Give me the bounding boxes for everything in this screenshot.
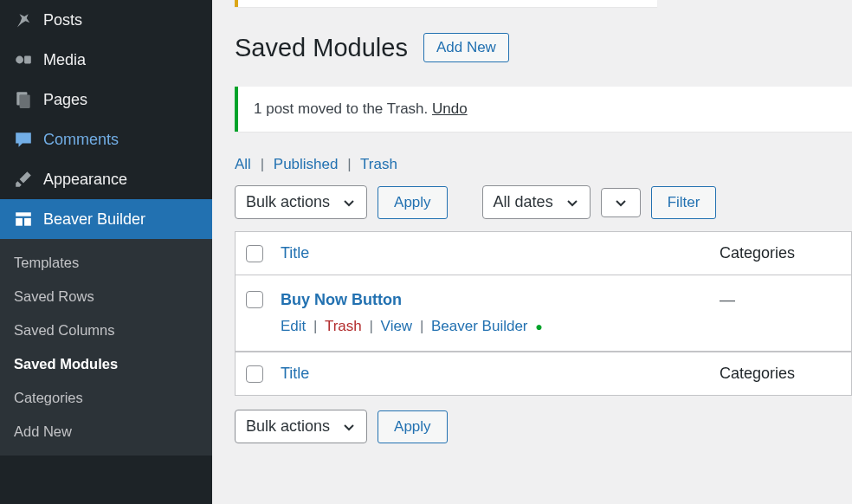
- row-categories: —: [720, 291, 841, 309]
- chevron-down-icon: [614, 196, 628, 210]
- col-categories: Categories: [720, 244, 841, 262]
- svg-rect-4: [20, 95, 30, 108]
- notice-text: 1 post moved to the Trash.: [254, 100, 432, 117]
- nav-beaver-builder[interactable]: Beaver Builder: [0, 199, 212, 239]
- bulk-actions-select[interactable]: Bulk actions: [235, 185, 367, 219]
- chevron-down-icon: [342, 196, 356, 210]
- col-categories: Categories: [720, 365, 841, 383]
- nav-label: Beaver Builder: [43, 210, 145, 229]
- page-title: Saved Modules: [235, 34, 408, 62]
- tablenav-top: Bulk actions Apply All dates Filter: [235, 185, 852, 219]
- status-dot-icon: ●: [535, 320, 542, 333]
- nav-label: Posts: [43, 11, 82, 29]
- subnav-saved-columns[interactable]: Saved Columns: [0, 313, 212, 347]
- nav-pages[interactable]: Pages: [0, 80, 212, 120]
- separator: |: [369, 318, 372, 334]
- submenu: Templates Saved Rows Saved Columns Saved…: [0, 239, 212, 456]
- apply-button[interactable]: Apply: [378, 186, 448, 219]
- bulk-actions-select[interactable]: Bulk actions: [235, 410, 367, 443]
- pin-icon: [14, 10, 33, 29]
- select-label: All dates: [494, 193, 553, 211]
- subnav-saved-rows[interactable]: Saved Rows: [0, 280, 212, 313]
- notice-warning-stub: [235, 0, 657, 7]
- nav-label: Pages: [43, 91, 87, 109]
- main-content: Saved Modules Add New 1 post moved to th…: [212, 0, 852, 504]
- table-row: Buy Now Button Edit | Trash | View | Bea…: [236, 275, 851, 352]
- select-all-checkbox[interactable]: [246, 245, 263, 262]
- tablenav-bottom: Bulk actions Apply: [235, 410, 852, 443]
- svg-rect-7: [24, 218, 31, 226]
- apply-button[interactable]: Apply: [378, 410, 448, 443]
- nav-comments[interactable]: Comments: [0, 120, 212, 159]
- select-all-checkbox[interactable]: [246, 365, 263, 383]
- nav-label: Media: [43, 51, 86, 69]
- beaver-builder-link[interactable]: Beaver Builder: [431, 318, 528, 334]
- svg-rect-6: [16, 218, 23, 226]
- nav-appearance[interactable]: Appearance: [0, 159, 212, 199]
- subnav-categories[interactable]: Categories: [0, 381, 212, 415]
- subnav-templates[interactable]: Templates: [0, 246, 212, 280]
- filter-published[interactable]: Published: [274, 156, 339, 172]
- trash-notice: 1 post moved to the Trash. Undo: [235, 87, 852, 132]
- nav-label: Comments: [43, 131, 119, 149]
- filter-links: All | Published | Trash: [235, 156, 852, 173]
- dates-select[interactable]: All dates: [482, 185, 591, 219]
- edit-link[interactable]: Edit: [281, 318, 306, 334]
- pages-icon: [14, 90, 33, 109]
- nav-posts[interactable]: Posts: [0, 0, 212, 40]
- chevron-down-icon: [565, 196, 579, 210]
- category-select[interactable]: [601, 188, 641, 217]
- admin-sidebar: Posts Media Pages Comments Appearance Be…: [0, 0, 212, 504]
- filter-button[interactable]: Filter: [651, 186, 717, 219]
- media-icon: [14, 50, 33, 69]
- svg-rect-5: [16, 212, 31, 216]
- nav-label: Appearance: [43, 171, 127, 189]
- select-label: Bulk actions: [246, 417, 330, 436]
- separator: |: [347, 156, 351, 172]
- view-link[interactable]: View: [381, 318, 413, 334]
- nav-media[interactable]: Media: [0, 40, 212, 80]
- row-title-link[interactable]: Buy Now Button: [281, 291, 402, 308]
- undo-link[interactable]: Undo: [432, 100, 468, 117]
- row-actions: Edit | Trash | View | Beaver Builder ●: [281, 318, 702, 335]
- comment-icon: [14, 130, 33, 149]
- trash-link[interactable]: Trash: [325, 318, 362, 334]
- table-footer: Title Categories: [236, 352, 851, 395]
- add-new-button[interactable]: Add New: [423, 33, 509, 62]
- subnav-saved-modules[interactable]: Saved Modules: [0, 347, 212, 381]
- select-label: Bulk actions: [246, 193, 330, 211]
- layout-icon: [14, 210, 33, 229]
- chevron-down-icon: [342, 420, 356, 434]
- col-title[interactable]: Title: [281, 244, 309, 262]
- filter-trash[interactable]: Trash: [360, 156, 397, 172]
- modules-table: Title Categories Buy Now Button Edit | T…: [235, 231, 852, 396]
- table-header: Title Categories: [236, 232, 851, 275]
- brush-icon: [14, 170, 33, 189]
- col-title[interactable]: Title: [281, 365, 309, 382]
- separator: |: [313, 318, 317, 334]
- page-header: Saved Modules Add New: [235, 33, 852, 62]
- subnav-add-new[interactable]: Add New: [0, 415, 212, 449]
- svg-rect-1: [24, 56, 31, 64]
- filter-all[interactable]: All: [235, 156, 251, 172]
- svg-point-0: [16, 56, 23, 64]
- row-checkbox[interactable]: [246, 291, 263, 308]
- separator: |: [261, 156, 264, 172]
- separator: |: [420, 318, 423, 334]
